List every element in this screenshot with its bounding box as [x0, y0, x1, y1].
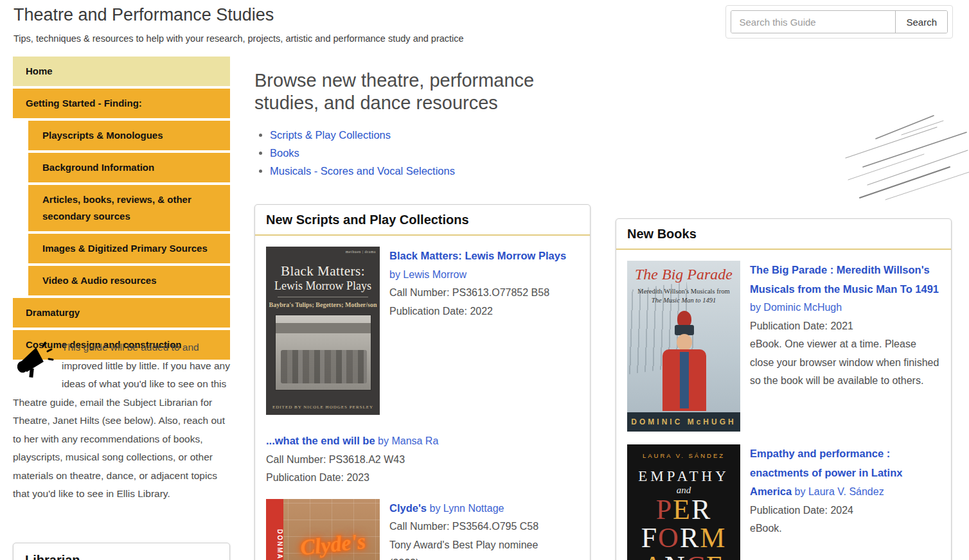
book-author-link[interactable]: by Lynn Nottage: [427, 503, 504, 514]
guide-notice: This guide will be added to and improved…: [13, 338, 235, 503]
cover-author: LAURA V. SÁNDEZ: [627, 444, 740, 459]
cover-title-word: EMPATHY: [627, 468, 740, 485]
search-area: Search: [725, 5, 953, 39]
book-cover-clydes[interactable]: DONMAR Clyde's: [266, 499, 380, 560]
book-entry-black-matters: methuen | drama Black Matters: Lewis Mor…: [266, 247, 579, 415]
sidebar-item-background-info[interactable]: Background Information: [28, 153, 230, 182]
book-author-link[interactable]: by Lewis Morrow: [389, 269, 467, 280]
link-scripts-play-collections[interactable]: Scripts & Play Collections: [270, 129, 391, 141]
cover-editor: EDITED BY NICOLE HODGES PERSLEY: [266, 405, 380, 410]
sidebar-item-playscripts[interactable]: Playscripts & Monologues: [28, 121, 230, 150]
libguide-page: Theatre and Performance Studies Tips, te…: [0, 0, 969, 560]
link-musicals-scores[interactable]: Musicals - Scores and Vocal Selections: [270, 165, 455, 177]
cover-title: Black Matters:: [281, 263, 365, 279]
book-note: (2022): [389, 554, 579, 560]
book-entry-empathy: LAURA V. SÁNDEZ EMPATHY and PER FORM ANC…: [627, 444, 940, 560]
page-subtitle: Tips, techniques & resources to help wit…: [13, 33, 464, 44]
page-title: Theatre and Performance Studies: [13, 5, 274, 25]
new-books-box: New Books The Big Parade Meredith Willso…: [616, 218, 952, 560]
cover-subtitle: Baybra's Tulips; Begetters; Mother/son: [269, 301, 377, 308]
new-books-box-title: New Books: [616, 219, 951, 250]
cover-author: DOMINIC McHUGH: [627, 412, 740, 432]
new-scripts-box-title: New Scripts and Play Collections: [255, 205, 590, 236]
book-entry-what-the-end: ...what the end will be by Mansa Ra Call…: [266, 432, 579, 487]
sidebar-item-video-audio[interactable]: Video & Audio resources: [28, 266, 230, 295]
cover-donmar-strip: DONMAR: [266, 499, 283, 560]
book-entry-big-parade: The Big Parade Meredith Willson's Musica…: [627, 261, 940, 432]
cover-title: Lewis Morrow Plays: [274, 279, 371, 293]
book-pub-date: Publication Date: 2024: [750, 502, 940, 520]
book-title-link[interactable]: Clyde's: [389, 502, 427, 514]
cover-jacket-braid: [680, 352, 689, 408]
book-call-number: Call Number: PS3564.O795 C58: [389, 518, 579, 536]
librarian-box: Librarian: [13, 543, 230, 560]
sidebar-item-articles[interactable]: Articles, books, reviews, & other second…: [28, 185, 230, 231]
sidebar-item-dramaturgy[interactable]: Dramaturgy: [13, 298, 230, 328]
book-pub-date: Publication Date: 2023: [266, 469, 579, 487]
book-pub-date: Publication Date: 2022: [389, 302, 579, 321]
book-call-number: Call Number: PS3613.O77852 B58: [389, 284, 579, 302]
list-item: Musicals - Scores and Vocal Selections: [270, 162, 455, 180]
sidebar-item-getting-started[interactable]: Getting Started - Finding:: [13, 89, 230, 118]
cover-subtitle: Meredith Willson's Musicals from: [627, 288, 740, 295]
book-title-link[interactable]: Black Matters: Lewis Morrow Plays: [389, 250, 566, 261]
megaphone-icon: [13, 341, 55, 378]
search-input[interactable]: [731, 11, 895, 33]
cover-figure-head: [677, 334, 692, 351]
decorative-speed-lines: [840, 108, 969, 201]
cover-title: The Big Parade: [627, 266, 740, 283]
sidebar-nav: Home Getting Started - Finding: Playscri…: [13, 57, 230, 360]
book-note: eBook. One viewer at a time. Please clos…: [750, 335, 940, 390]
main-heading: Browse new theatre, performance studies,…: [254, 69, 563, 114]
book-pub-date: Publication Date: 2021: [750, 317, 940, 336]
book-title-link[interactable]: ...what the end will be: [266, 435, 375, 446]
book-call-number: Call Number: PS3618.A2 W43: [266, 451, 579, 469]
book-author-link[interactable]: by Dominic McHugh: [750, 302, 842, 313]
link-books[interactable]: Books: [270, 147, 299, 159]
cover-photo: [275, 315, 371, 390]
librarian-box-title: Librarian: [25, 553, 218, 560]
book-cover-big-parade[interactable]: The Big Parade Meredith Willson's Musica…: [627, 261, 740, 432]
book-author-link[interactable]: by Mansa Ra: [375, 435, 439, 446]
book-note: Tony Award's Best Play nominee: [389, 536, 579, 555]
cover-title-word: FORM: [627, 524, 740, 552]
cover-title-word: ANCE: [627, 552, 740, 560]
cover-subtitle: The Music Man to 1491: [627, 297, 740, 304]
new-scripts-box: New Scripts and Play Collections methuen…: [254, 204, 591, 560]
cover-title-word: PER: [627, 496, 740, 524]
search-button[interactable]: Search: [895, 11, 947, 33]
cover-neon-title: Clyde's: [289, 528, 376, 560]
book-cover-black-matters[interactable]: methuen | drama Black Matters: Lewis Mor…: [266, 247, 380, 415]
book-note: eBook.: [750, 520, 940, 538]
list-item: Books: [270, 144, 455, 162]
book-title-link[interactable]: The Big Parade : Meredith Willson's Musi…: [750, 264, 939, 295]
book-author-link[interactable]: by Laura V. Sández: [792, 486, 884, 497]
browse-link-list: Scripts & Play Collections Books Musical…: [270, 126, 455, 180]
book-cover-empathy[interactable]: LAURA V. SÁNDEZ EMPATHY and PER FORM ANC…: [627, 444, 740, 560]
sidebar-item-home[interactable]: Home: [13, 57, 230, 86]
sidebar-item-images-primary-sources[interactable]: Images & Digitized Primary Sources: [28, 234, 230, 263]
book-entry-clydes: DONMAR Clyde's Clyde's by Lynn Nottage C…: [266, 499, 579, 560]
list-item: Scripts & Play Collections: [270, 126, 455, 144]
cover-publisher: methuen | drama: [346, 250, 376, 254]
